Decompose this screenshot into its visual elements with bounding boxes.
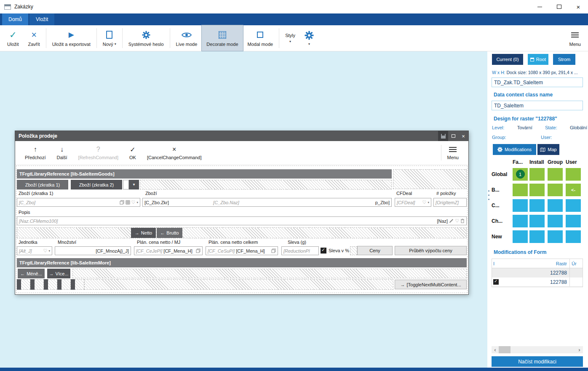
tab-insert[interactable]: Vložit	[29, 13, 54, 25]
layers-icon[interactable]	[271, 248, 276, 253]
collapsed-column[interactable]	[30, 279, 44, 290]
grid-cell[interactable]	[548, 199, 563, 212]
tab-overflow-button[interactable]: ▼	[123, 180, 139, 190]
discount-input[interactable]: [ReductionPl	[281, 246, 319, 255]
grid-cell[interactable]	[548, 215, 563, 227]
discount-percent-checkbox[interactable]	[321, 248, 326, 254]
horizontal-scrollbar[interactable]: ‹ ›	[492, 346, 583, 353]
tab-root[interactable]: Root	[528, 54, 548, 65]
caret-down-icon[interactable]: ▾	[136, 201, 138, 204]
save-layout-button[interactable]	[438, 131, 448, 141]
designer-maximize-button[interactable]	[448, 131, 458, 141]
heart-icon[interactable]: ♡	[131, 200, 136, 205]
caret-down-icon[interactable]: ▾	[48, 249, 50, 253]
styles-dropdown-button[interactable]: Styly ▾	[281, 25, 300, 51]
maximize-button[interactable]	[549, 0, 569, 13]
price-unit-input[interactable]: [CF_CeJePl] [CF_Mena_H]	[134, 246, 203, 255]
grid-cell[interactable]	[548, 184, 563, 196]
refresh-command-button[interactable]: ? [RefreshCommand]	[73, 141, 124, 164]
more-button[interactable]: →Více...	[47, 269, 70, 278]
grid-cell[interactable]	[529, 184, 545, 196]
description-input[interactable]: [Naz.CFMemo100] [Naz] ♡	[17, 216, 467, 225]
scroll-left-button[interactable]: ‹	[492, 346, 499, 353]
designer-menu-button[interactable]: Menu	[441, 141, 464, 164]
load-modification-button[interactable]: Načíst modifikaci	[492, 356, 583, 367]
heart-icon[interactable]: ♡	[455, 219, 459, 223]
grid-cell[interactable]	[513, 215, 528, 227]
tab-modifications[interactable]: Modifications	[493, 144, 536, 155]
brutto-button[interactable]: ←Brutto	[157, 228, 182, 238]
dock-path-input[interactable]	[492, 77, 583, 87]
next-button[interactable]: ↓ Další	[51, 141, 73, 164]
section-header-more[interactable]: TFrgtLibraryReference [lib-SaleItemMore]	[17, 258, 467, 267]
tab-goods-short1[interactable]: Zboží (zkratka 1)	[17, 180, 68, 190]
less-button[interactable]: ←Méně...	[18, 269, 45, 278]
prices-button[interactable]: Ceny	[357, 246, 393, 255]
layers-icon[interactable]	[120, 200, 124, 205]
new-button[interactable]: Nový▾	[98, 25, 121, 51]
section-header-goods[interactable]: TFrgtLibraryReference [lib-SaleItemGoods…	[17, 169, 392, 179]
grid-cell[interactable]	[566, 168, 581, 181]
grid-cell[interactable]	[566, 230, 581, 243]
grid-cell[interactable]	[566, 215, 581, 227]
cfdeal-input[interactable]: [CFDeal] ♡▾	[395, 198, 431, 207]
tab-goods-short2[interactable]: Zboží (zkratka 2)	[71, 180, 122, 190]
scroll-right-button[interactable]: ›	[576, 346, 583, 353]
designer-close-button[interactable]: ×	[458, 131, 468, 141]
unit-input[interactable]: [Alt_J] ♡▾	[17, 246, 52, 255]
minimize-button[interactable]	[530, 0, 549, 13]
settings-dropdown-button[interactable]: ▾	[300, 25, 318, 51]
tab-home[interactable]: Domů	[2, 13, 28, 25]
grid-cell[interactable]: 1	[513, 168, 528, 181]
caret-down-icon[interactable]: ▾	[428, 201, 429, 204]
orig-item-input[interactable]: [OrigItemZ]	[433, 198, 467, 207]
panel-splitter[interactable]	[487, 51, 491, 368]
tab-map[interactable]: Map	[537, 144, 559, 155]
grid-cell[interactable]	[529, 168, 545, 181]
grid-cell[interactable]	[513, 199, 528, 212]
grid-cell[interactable]	[529, 199, 545, 212]
quantity-input[interactable]: [CF_MnozAj}_J]	[55, 246, 131, 255]
collapsed-column[interactable]	[17, 279, 30, 290]
system-password-button[interactable]: Systémové heslo	[124, 25, 168, 51]
trash-icon[interactable]	[460, 219, 465, 223]
collapsed-column[interactable]	[57, 279, 71, 290]
live-mode-button[interactable]: Live mode	[171, 25, 202, 51]
row-checkbox[interactable]	[493, 279, 499, 285]
decorate-mode-button[interactable]: Decorate mode	[202, 25, 243, 51]
grid-cell[interactable]	[513, 230, 528, 243]
save-button[interactable]: ✓ Uložit	[3, 25, 24, 51]
goods-name-input[interactable]: [C_Zbo.Zkr] [C_Zbo.Naz] p_Zbo]	[142, 198, 392, 207]
grid-cell[interactable]	[548, 230, 563, 243]
goods-code-input[interactable]: [C_Zbo] ♡▾	[17, 198, 140, 207]
close-button[interactable]: ×	[569, 0, 588, 13]
save-export-button[interactable]: ▶ Uložit a exportovat	[48, 25, 95, 51]
layers-icon[interactable]	[196, 248, 200, 253]
menu-button[interactable]: Menu	[564, 25, 585, 51]
grid-cell[interactable]	[529, 215, 545, 227]
collapsed-column[interactable]	[71, 279, 84, 290]
grid-picker-icon[interactable]	[126, 200, 130, 205]
ok-button[interactable]: ✓ OK	[124, 141, 142, 164]
grid-cell[interactable]	[548, 168, 563, 181]
collapsed-column[interactable]	[44, 279, 57, 290]
context-class-input[interactable]	[492, 101, 583, 110]
grid-cell[interactable]: <-	[566, 184, 581, 196]
scrollbar-thumb[interactable]	[499, 346, 510, 353]
modal-mode-button[interactable]: Modal mode	[243, 25, 278, 51]
pencil-icon[interactable]	[449, 219, 454, 223]
grid-cell[interactable]	[566, 199, 581, 212]
price-progress-button[interactable]: Průběh výpočtu ceny	[395, 246, 467, 255]
tab-current[interactable]: Current (0)	[492, 54, 523, 65]
heart-icon[interactable]: ♡	[43, 248, 48, 253]
toggle-next-multicontent-button[interactable]: →[ToggleNextMultiContent...	[395, 280, 467, 289]
cancel-change-command-button[interactable]: × [CancelChangeCommand]	[142, 141, 207, 164]
designer-titlebar[interactable]: Položka prodeje ×	[15, 131, 468, 141]
modification-row[interactable]: 122788	[492, 268, 583, 278]
close-form-button[interactable]: × Zavřít	[24, 25, 45, 51]
grid-cell[interactable]	[513, 184, 528, 196]
modification-row[interactable]: 122788	[492, 278, 583, 287]
netto-button[interactable]: →Netto	[131, 228, 156, 238]
price-total-input[interactable]: [CF_CeSuPl] [CF_Mena_H]	[206, 246, 278, 255]
previous-button[interactable]: ↑ Předchozí	[19, 141, 51, 164]
